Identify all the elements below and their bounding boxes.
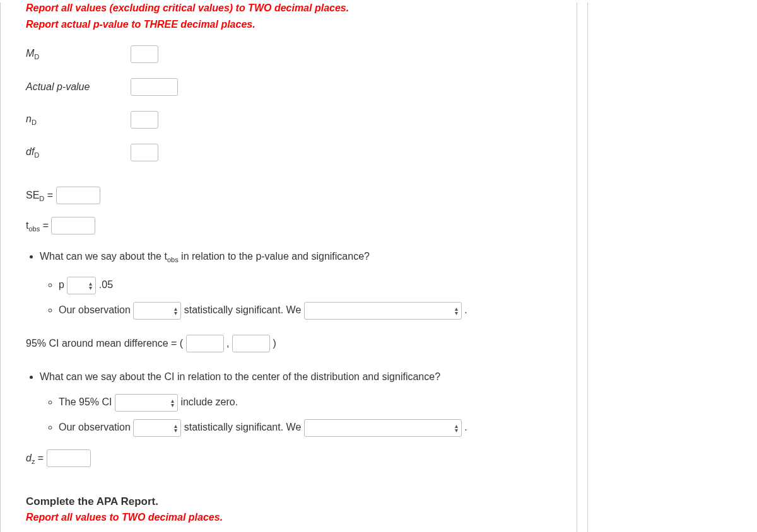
input-pvalue[interactable] [131, 78, 178, 96]
label-tobs: tobs = [26, 220, 51, 231]
heading-apa: Complete the APA Report. [26, 495, 558, 508]
label-pvalue: Actual p-value [26, 81, 131, 93]
label-sed: SED = [26, 190, 56, 200]
instruction-apa: Report all values to TWO decimal places. [26, 512, 558, 523]
label-dz: dz = [26, 453, 47, 463]
row-observation-1: Our observation statistically significan… [59, 301, 558, 320]
select-ci-include[interactable] [115, 394, 178, 412]
label-nd: nD [26, 113, 131, 126]
label-ci: 95% CI around mean difference = ( [26, 338, 183, 349]
row-observation-2: Our observation statistically significan… [59, 418, 558, 437]
select-reject-1[interactable] [304, 302, 462, 320]
input-md[interactable] [131, 45, 158, 63]
input-ci-lower[interactable] [186, 335, 224, 352]
input-dz[interactable] [47, 449, 91, 467]
input-nd[interactable] [131, 111, 158, 129]
ci-close: ) [273, 338, 276, 349]
ci-comma: , [226, 338, 232, 349]
instruction-pvalue: Report actual p-value to THREE decimal p… [26, 19, 558, 30]
instruction-decimals: Report all values (excluding critical va… [26, 3, 558, 14]
question-tobs: What can we say about the tobs in relati… [40, 247, 558, 320]
select-is-isnot-1[interactable] [133, 302, 181, 320]
question-ci: What can we say about the CI in relation… [40, 367, 558, 437]
select-reject-2[interactable] [304, 419, 462, 437]
select-p-relation[interactable] [67, 277, 96, 294]
label-md: MD [26, 48, 131, 61]
input-tobs[interactable] [51, 217, 95, 234]
input-ci-upper[interactable] [232, 335, 270, 352]
input-sed[interactable] [56, 187, 100, 204]
row-p-alpha: p .05 [59, 275, 558, 294]
row-ci-zero: The 95% CI include zero. [59, 393, 558, 412]
label-dfd: dfD [26, 146, 131, 159]
select-is-isnot-2[interactable] [133, 419, 181, 437]
input-dfd[interactable] [131, 144, 158, 161]
